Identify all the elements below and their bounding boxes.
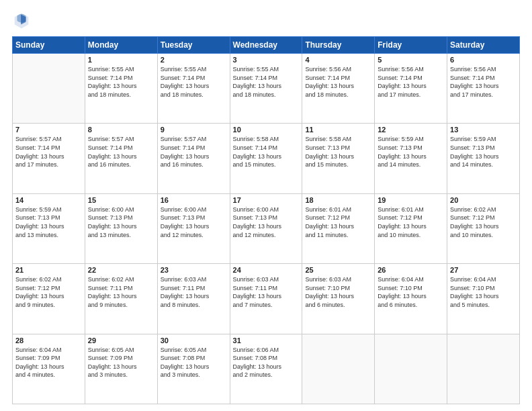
day-number: 2 [161, 56, 227, 64]
day-number: 6 [450, 56, 517, 64]
weekday-header-sunday: Sunday [13, 37, 85, 54]
calendar-week-row: 7Sunrise: 5:57 AM Sunset: 7:14 PM Daylig… [13, 124, 520, 193]
calendar-cell: 1Sunrise: 5:55 AM Sunset: 7:14 PM Daylig… [85, 54, 157, 124]
calendar-cell: 11Sunrise: 5:58 AM Sunset: 7:13 PM Dayli… [302, 124, 375, 193]
day-info: Sunrise: 5:56 AM Sunset: 7:14 PM Dayligh… [450, 65, 517, 99]
calendar-cell: 18Sunrise: 6:01 AM Sunset: 7:12 PM Dayli… [302, 193, 375, 263]
day-number: 4 [305, 56, 371, 64]
day-info: Sunrise: 6:04 AM Sunset: 7:10 PM Dayligh… [450, 275, 517, 309]
calendar-cell: 5Sunrise: 5:56 AM Sunset: 7:14 PM Daylig… [375, 54, 447, 124]
day-info: Sunrise: 5:59 AM Sunset: 7:13 PM Dayligh… [450, 135, 517, 169]
calendar-cell: 10Sunrise: 5:58 AM Sunset: 7:14 PM Dayli… [230, 124, 302, 193]
day-number: 24 [233, 266, 300, 274]
calendar-cell [302, 334, 375, 404]
calendar-cell: 27Sunrise: 6:04 AM Sunset: 7:10 PM Dayli… [447, 264, 520, 334]
calendar-cell: 12Sunrise: 5:59 AM Sunset: 7:13 PM Dayli… [375, 124, 447, 193]
calendar-cell: 22Sunrise: 6:02 AM Sunset: 7:11 PM Dayli… [85, 264, 157, 334]
calendar-table: SundayMondayTuesdayWednesdayThursdayFrid… [12, 36, 520, 404]
day-number: 14 [15, 196, 82, 204]
calendar-cell: 21Sunrise: 6:02 AM Sunset: 7:12 PM Dayli… [13, 264, 85, 334]
day-info: Sunrise: 6:00 AM Sunset: 7:13 PM Dayligh… [161, 205, 227, 239]
day-info: Sunrise: 6:00 AM Sunset: 7:13 PM Dayligh… [233, 205, 300, 239]
day-info: Sunrise: 5:56 AM Sunset: 7:14 PM Dayligh… [305, 65, 371, 99]
day-number: 3 [233, 56, 300, 64]
day-number: 17 [233, 196, 300, 204]
weekday-header-row: SundayMondayTuesdayWednesdayThursdayFrid… [13, 37, 520, 54]
day-number: 5 [378, 56, 444, 64]
day-number: 7 [15, 126, 82, 134]
day-info: Sunrise: 5:58 AM Sunset: 7:14 PM Dayligh… [233, 135, 300, 169]
calendar-cell: 31Sunrise: 6:06 AM Sunset: 7:08 PM Dayli… [230, 334, 302, 404]
day-info: Sunrise: 5:58 AM Sunset: 7:13 PM Dayligh… [305, 135, 371, 169]
calendar-cell: 7Sunrise: 5:57 AM Sunset: 7:14 PM Daylig… [13, 124, 85, 193]
calendar-cell: 19Sunrise: 6:01 AM Sunset: 7:12 PM Dayli… [375, 193, 447, 263]
calendar-cell: 3Sunrise: 5:55 AM Sunset: 7:14 PM Daylig… [230, 54, 302, 124]
day-info: Sunrise: 5:55 AM Sunset: 7:14 PM Dayligh… [233, 65, 300, 99]
day-info: Sunrise: 6:05 AM Sunset: 7:09 PM Dayligh… [88, 346, 154, 379]
calendar-cell: 23Sunrise: 6:03 AM Sunset: 7:11 PM Dayli… [157, 264, 230, 334]
day-info: Sunrise: 5:55 AM Sunset: 7:14 PM Dayligh… [88, 65, 154, 99]
day-info: Sunrise: 6:01 AM Sunset: 7:12 PM Dayligh… [305, 205, 371, 239]
day-info: Sunrise: 6:04 AM Sunset: 7:09 PM Dayligh… [15, 346, 82, 379]
day-info: Sunrise: 5:59 AM Sunset: 7:13 PM Dayligh… [15, 205, 82, 239]
day-number: 26 [378, 266, 444, 274]
weekday-header-tuesday: Tuesday [157, 37, 230, 54]
calendar-cell: 9Sunrise: 5:57 AM Sunset: 7:14 PM Daylig… [157, 124, 230, 193]
calendar-cell [447, 334, 520, 404]
calendar-cell: 13Sunrise: 5:59 AM Sunset: 7:13 PM Dayli… [447, 124, 520, 193]
logo [12, 11, 34, 30]
day-number: 22 [88, 266, 154, 274]
day-number: 23 [161, 266, 227, 274]
day-info: Sunrise: 5:57 AM Sunset: 7:14 PM Dayligh… [15, 135, 82, 169]
calendar-cell: 25Sunrise: 6:03 AM Sunset: 7:10 PM Dayli… [302, 264, 375, 334]
logo-icon [12, 11, 31, 30]
calendar-cell: 4Sunrise: 5:56 AM Sunset: 7:14 PM Daylig… [302, 54, 375, 124]
calendar-cell [375, 334, 447, 404]
day-info: Sunrise: 6:03 AM Sunset: 7:10 PM Dayligh… [305, 275, 371, 309]
calendar-cell: 14Sunrise: 5:59 AM Sunset: 7:13 PM Dayli… [13, 193, 85, 263]
header [12, 11, 520, 30]
day-info: Sunrise: 5:56 AM Sunset: 7:14 PM Dayligh… [378, 65, 444, 99]
day-info: Sunrise: 6:03 AM Sunset: 7:11 PM Dayligh… [233, 275, 300, 309]
calendar-cell: 2Sunrise: 5:55 AM Sunset: 7:14 PM Daylig… [157, 54, 230, 124]
calendar-cell: 29Sunrise: 6:05 AM Sunset: 7:09 PM Dayli… [85, 334, 157, 404]
day-number: 1 [88, 56, 154, 64]
day-number: 21 [15, 266, 82, 274]
weekday-header-friday: Friday [375, 37, 447, 54]
calendar-week-row: 28Sunrise: 6:04 AM Sunset: 7:09 PM Dayli… [13, 334, 520, 404]
day-info: Sunrise: 5:55 AM Sunset: 7:14 PM Dayligh… [161, 65, 227, 99]
day-info: Sunrise: 5:57 AM Sunset: 7:14 PM Dayligh… [88, 135, 154, 169]
calendar-cell: 16Sunrise: 6:00 AM Sunset: 7:13 PM Dayli… [157, 193, 230, 263]
day-info: Sunrise: 6:01 AM Sunset: 7:12 PM Dayligh… [378, 205, 444, 239]
day-number: 31 [233, 336, 300, 345]
calendar-week-row: 21Sunrise: 6:02 AM Sunset: 7:12 PM Dayli… [13, 264, 520, 334]
day-info: Sunrise: 6:03 AM Sunset: 7:11 PM Dayligh… [161, 275, 227, 309]
day-number: 15 [88, 196, 154, 204]
day-info: Sunrise: 6:04 AM Sunset: 7:10 PM Dayligh… [378, 275, 444, 309]
calendar-cell [13, 54, 85, 124]
calendar-page: SundayMondayTuesdayWednesdayThursdayFrid… [0, 0, 532, 411]
day-number: 9 [161, 126, 227, 134]
weekday-header-thursday: Thursday [302, 37, 375, 54]
day-number: 25 [305, 266, 371, 274]
calendar-cell: 30Sunrise: 6:05 AM Sunset: 7:08 PM Dayli… [157, 334, 230, 404]
calendar-cell: 26Sunrise: 6:04 AM Sunset: 7:10 PM Dayli… [375, 264, 447, 334]
calendar-week-row: 1Sunrise: 5:55 AM Sunset: 7:14 PM Daylig… [13, 54, 520, 124]
weekday-header-wednesday: Wednesday [230, 37, 302, 54]
day-number: 27 [450, 266, 517, 274]
weekday-header-monday: Monday [85, 37, 157, 54]
day-info: Sunrise: 6:02 AM Sunset: 7:12 PM Dayligh… [15, 275, 82, 309]
day-info: Sunrise: 6:00 AM Sunset: 7:13 PM Dayligh… [88, 205, 154, 239]
calendar-cell: 8Sunrise: 5:57 AM Sunset: 7:14 PM Daylig… [85, 124, 157, 193]
calendar-week-row: 14Sunrise: 5:59 AM Sunset: 7:13 PM Dayli… [13, 193, 520, 263]
day-info: Sunrise: 6:02 AM Sunset: 7:12 PM Dayligh… [450, 205, 517, 239]
day-number: 29 [88, 336, 154, 345]
calendar-cell: 20Sunrise: 6:02 AM Sunset: 7:12 PM Dayli… [447, 193, 520, 263]
calendar-cell: 24Sunrise: 6:03 AM Sunset: 7:11 PM Dayli… [230, 264, 302, 334]
day-info: Sunrise: 5:59 AM Sunset: 7:13 PM Dayligh… [378, 135, 444, 169]
day-number: 16 [161, 196, 227, 204]
day-number: 13 [450, 126, 517, 134]
day-number: 28 [15, 336, 82, 345]
day-info: Sunrise: 6:06 AM Sunset: 7:08 PM Dayligh… [233, 346, 300, 379]
calendar-cell: 17Sunrise: 6:00 AM Sunset: 7:13 PM Dayli… [230, 193, 302, 263]
